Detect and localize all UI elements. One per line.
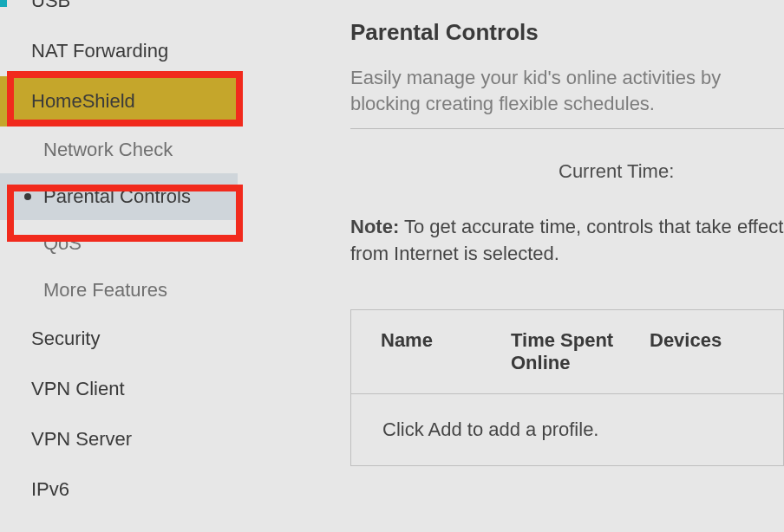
current-time-value bbox=[691, 155, 752, 188]
sidebar-item-label: Parental Controls bbox=[43, 185, 191, 208]
sidebar: USB NAT Forwarding HomeShield Network Ch… bbox=[0, 0, 238, 532]
sidebar-item-label: USB bbox=[31, 0, 70, 12]
sidebar-item-ipv6[interactable]: IPv6 bbox=[0, 464, 238, 515]
profiles-table: Name Time Spent Online Devices Click Add… bbox=[350, 309, 784, 466]
sidebar-item-vpn-server[interactable]: VPN Server bbox=[0, 414, 238, 464]
sidebar-item-label: Network Check bbox=[43, 139, 173, 161]
bullet-icon bbox=[24, 193, 31, 200]
sidebar-item-label: IPv6 bbox=[31, 478, 69, 501]
sidebar-item-label: HomeShield bbox=[31, 90, 135, 113]
col-devices: Devices bbox=[650, 329, 754, 374]
main-panel: Parental Controls Easily manage your kid… bbox=[238, 0, 784, 532]
sidebar-item-label: VPN Client bbox=[31, 378, 125, 400]
page-title: Parental Controls bbox=[350, 19, 784, 46]
sidebar-item-more-features[interactable]: More Features bbox=[0, 267, 238, 314]
current-time-row: Current Time: bbox=[350, 155, 784, 188]
note-text: Note: To get accurate time, controls tha… bbox=[350, 214, 784, 268]
sidebar-item-label: QoS bbox=[43, 232, 82, 255]
note-prefix: Note: bbox=[350, 216, 399, 237]
col-name: Name bbox=[381, 329, 511, 374]
sidebar-item-homeshield[interactable]: HomeShield bbox=[0, 76, 238, 127]
sidebar-item-usb[interactable]: USB bbox=[0, 0, 238, 26]
sidebar-item-nat[interactable]: NAT Forwarding bbox=[0, 26, 238, 76]
sidebar-item-network-check[interactable]: Network Check bbox=[0, 127, 238, 173]
sidebar-item-label: Security bbox=[31, 328, 100, 350]
sidebar-accent bbox=[0, 0, 7, 7]
sidebar-item-vpn-client[interactable]: VPN Client bbox=[0, 364, 238, 414]
sidebar-item-security[interactable]: Security bbox=[0, 314, 238, 364]
note-body: To get accurate time, controls that take… bbox=[350, 216, 783, 264]
sidebar-item-label: More Features bbox=[43, 279, 167, 302]
table-empty-row: Click Add to add a profile. bbox=[351, 393, 783, 465]
sidebar-item-label: VPN Server bbox=[31, 428, 132, 451]
divider bbox=[350, 128, 784, 129]
current-time-label: Current Time: bbox=[559, 160, 674, 183]
col-time: Time Spent Online bbox=[511, 329, 650, 374]
sidebar-item-parental-controls[interactable]: Parental Controls bbox=[0, 173, 238, 220]
table-header: Name Time Spent Online Devices bbox=[351, 310, 783, 393]
page-description: Easily manage your kid's online activiti… bbox=[350, 65, 784, 116]
sidebar-item-qos[interactable]: QoS bbox=[0, 220, 238, 267]
sidebar-item-label: NAT Forwarding bbox=[31, 40, 168, 62]
table-empty-text: Click Add to add a profile. bbox=[382, 418, 598, 440]
